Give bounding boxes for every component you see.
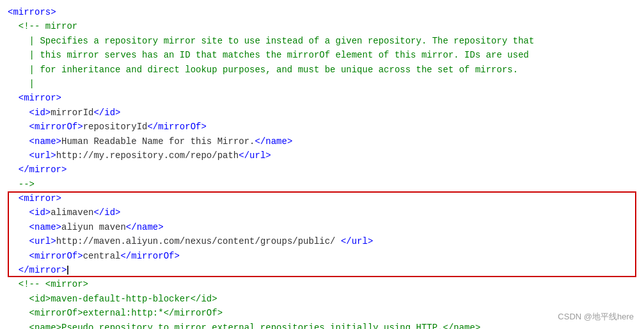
- code-line: <url>http://maven.aliyun.com/nexus/conte…: [8, 234, 636, 248]
- code-line: <!-- <mirror>: [8, 277, 636, 291]
- code-line: <mirrorOf>central</mirrorOf>: [8, 249, 636, 263]
- cursor: [67, 266, 68, 275]
- code-line: </mirror>: [8, 263, 636, 277]
- code-line: <mirrorOf>external:http:*</mirrorOf>: [8, 306, 636, 320]
- code-line: <url>http://my.repository.com/repo/path<…: [8, 148, 636, 163]
- code-block: <mirrors> <!-- mirror | Specifies a repo…: [0, 0, 644, 329]
- code-line: <mirror>: [8, 191, 636, 205]
- code-line: -->: [8, 177, 636, 191]
- code-line: | this mirror serves has an ID that matc…: [8, 48, 636, 62]
- watermark: CSDN @地平线here: [558, 311, 634, 323]
- code-container: <mirrors> <!-- mirror | Specifies a repo…: [0, 0, 644, 329]
- code-line: <mirrorOf>repositoryId</mirrorOf>: [8, 120, 636, 134]
- code-line: <name>Human Readable Name for this Mirro…: [8, 134, 636, 148]
- code-line: </mirror>: [8, 163, 636, 177]
- code-line: <name>Pseudo repository to mirror extern…: [8, 321, 636, 329]
- code-line: <name>aliyun maven</name>: [8, 220, 636, 234]
- code-line: | for inheritance and direct lookup purp…: [8, 63, 636, 77]
- code-line: <!-- mirror: [8, 19, 636, 33]
- code-line: <id>mirrorId</id>: [8, 106, 636, 120]
- code-line: |: [8, 77, 636, 91]
- code-line: <mirror>: [8, 91, 636, 105]
- highlighted-block: <mirror> <id>alimaven</id> <name>aliyun …: [8, 191, 636, 277]
- code-line: <mirrors>: [8, 5, 636, 19]
- code-line: | Specifies a repository mirror site to …: [8, 34, 636, 48]
- code-line: <id>alimaven</id>: [8, 205, 636, 220]
- code-line: <id>maven-default-http-blocker</id>: [8, 292, 636, 306]
